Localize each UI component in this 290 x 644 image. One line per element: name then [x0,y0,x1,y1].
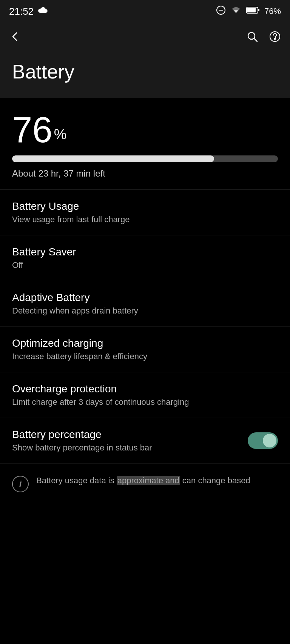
optimized-charging-title: Optimized charging [12,337,278,349]
toggle-track [248,432,278,449]
status-bar: 21:52 76% [0,0,290,23]
battery-usage-subtitle: View usage from last full charge [12,215,278,224]
battery-saver-subtitle: Off [12,260,278,270]
battery-usage-title: Battery Usage [12,200,278,212]
adaptive-battery-text: Adaptive Battery Detecting when apps dra… [12,292,278,316]
svg-rect-3 [258,9,259,11]
svg-rect-4 [247,8,256,12]
footer-text: Battery usage data is approximate and ca… [36,474,250,487]
info-icon: i [12,476,29,492]
battery-percent-symbol: % [54,126,67,143]
page-title: Battery [12,60,278,83]
battery-saver-text: Battery Saver Off [12,246,278,270]
optimized-charging-text: Optimized charging Increase battery life… [12,337,278,361]
toolbar-left [9,31,21,45]
battery-percentage-toggle[interactable] [248,432,278,449]
battery-percentage-text: Battery percentage Show battery percenta… [12,429,248,453]
help-button[interactable] [269,31,281,45]
back-button[interactable] [9,31,21,45]
battery-percentage-title: Battery percentage [12,429,248,441]
battery-usage-text: Battery Usage View usage from last full … [12,200,278,224]
battery-number: 76 [12,112,52,148]
svg-line-6 [254,38,257,41]
overcharge-protection-title: Overcharge protection [12,383,278,395]
adaptive-battery-subtitle: Detecting when apps drain battery [12,306,278,316]
optimized-charging-subtitle: Increase battery lifespan & efficiency [12,352,278,361]
status-time: 21:52 [9,6,34,17]
adaptive-battery-item[interactable]: Adaptive Battery Detecting when apps dra… [0,281,290,327]
wifi-icon [230,6,242,17]
overcharge-protection-subtitle: Limit charge after 3 days of continuous … [12,397,278,407]
svg-point-8 [275,38,276,39]
battery-saver-item[interactable]: Battery Saver Off [0,235,290,281]
battery-percentage-status: 76% [264,6,281,16]
battery-percentage-display: 76 % [12,112,278,148]
toggle-thumb [263,434,276,447]
adaptive-battery-title: Adaptive Battery [12,292,278,304]
battery-icon [246,6,260,17]
toolbar [0,23,290,53]
status-left: 21:52 [9,6,48,17]
footer-section: i Battery usage data is approximate and … [0,464,290,500]
search-button[interactable] [246,31,258,45]
overcharge-protection-text: Overcharge protection Limit charge after… [12,383,278,407]
battery-time-left: About 23 hr, 37 min left [12,168,278,179]
toolbar-right [246,31,281,45]
status-right: 76% [216,5,281,17]
settings-list: Battery Usage View usage from last full … [0,190,290,464]
overcharge-protection-item[interactable]: Overcharge protection Limit charge after… [0,372,290,418]
battery-percentage-item[interactable]: Battery percentage Show battery percenta… [0,418,290,464]
battery-usage-item[interactable]: Battery Usage View usage from last full … [0,190,290,235]
battery-progress-bar [12,155,278,162]
do-not-disturb-icon [216,5,226,17]
main-content: 76 % About 23 hr, 37 min left Battery Us… [0,98,290,500]
cloud-icon [37,6,48,17]
battery-percentage-subtitle: Show battery percentage in status bar [12,443,248,453]
battery-level-section: 76 % About 23 hr, 37 min left [0,98,290,190]
battery-progress-fill [12,155,214,162]
optimized-charging-item[interactable]: Optimized charging Increase battery life… [0,327,290,372]
page-header: Battery [0,53,290,98]
battery-saver-title: Battery Saver [12,246,278,258]
